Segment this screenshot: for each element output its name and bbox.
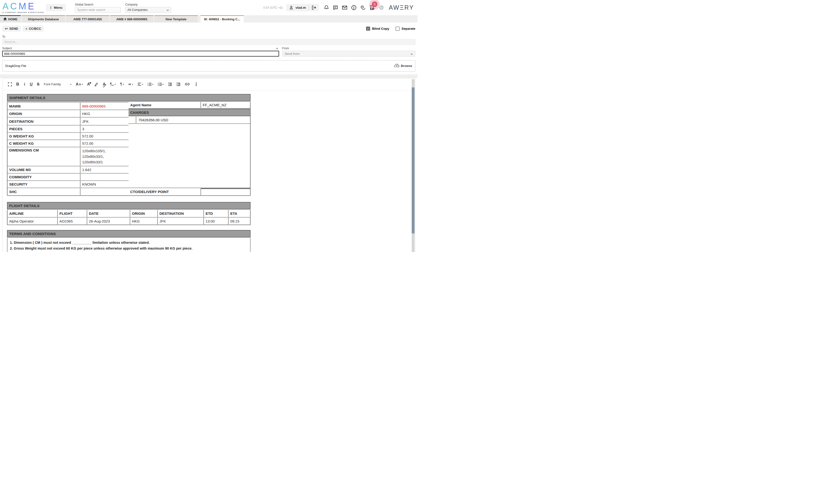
row-label: COMMODITY: [7, 174, 80, 180]
flight-table-header-row: AIRLINE FLIGHT DATE ORIGIN DESTINATION E…: [7, 210, 250, 218]
flight-details-table: FLIGHT DETAILS AIRLINE FLIGHT DATE ORIGI…: [7, 202, 250, 225]
more-options-button[interactable]: ⋮: [192, 82, 201, 87]
terms-item: 1. Dimension ( CM ) must not exceed ____…: [10, 241, 248, 244]
home-icon: [3, 17, 7, 21]
dimensions-value: 120x80x105/1, 120x80x33/1, 120x80x33/1: [80, 147, 128, 166]
global-search-label: Global Search: [75, 3, 121, 6]
etd-cell: 13:00: [204, 218, 228, 224]
font-size-dropdown[interactable]: AA ▾: [74, 82, 85, 86]
settings-gear-icon[interactable]: ⚙: [379, 5, 384, 10]
row-label: SECURITY: [7, 181, 80, 187]
tab-label: AWB # 888-00000965: [116, 17, 147, 21]
column-header: AIRLINE: [7, 210, 58, 217]
row-label: ORIGIN: [7, 110, 80, 117]
column-header: FLIGHT: [58, 210, 87, 217]
color-drop-icon: [90, 82, 91, 84]
to-input[interactable]: [2, 39, 415, 45]
blind-copy-label: Blind Copy: [372, 27, 389, 31]
from-select[interactable]: Send from: [282, 51, 415, 57]
highlight-button[interactable]: [92, 82, 101, 86]
row-value: HKG: [80, 110, 128, 117]
paragraph-format-dropdown[interactable]: ¶ ▾: [118, 82, 126, 86]
terms-item: 2. Gross Weight must not exceed 60 KG pe…: [10, 246, 248, 250]
tab-awb-888[interactable]: AWB # 888-00000965: [110, 15, 154, 22]
release-notes-icon[interactable]: i 5: [370, 5, 375, 10]
send-label: SEND: [9, 27, 18, 31]
tab-booking-confirmation[interactable]: M: 409852 - Booking C...: [201, 15, 244, 22]
fullscreen-icon[interactable]: [6, 82, 14, 86]
checkbox-checked-icon: ✓: [366, 26, 370, 31]
ccbcc-label: CC/BCC: [29, 27, 41, 31]
editor-scrollbar-track[interactable]: [412, 79, 414, 252]
ordered-list-dropdown[interactable]: ▾: [145, 83, 156, 86]
clock: 0:37 (UTC +3): [263, 6, 283, 9]
underline-button[interactable]: U: [27, 82, 35, 86]
logout-icon[interactable]: [311, 5, 317, 10]
separate-label: Separate: [402, 27, 415, 31]
notification-badge: 5: [372, 1, 378, 7]
terms-and-conditions: TERMS AND CONDITIONS 1. Dimension ( CM )…: [7, 230, 250, 252]
info-icon[interactable]: [351, 5, 357, 10]
shipment-details-header: SHIPMENT DETAILS: [7, 94, 250, 101]
send-button[interactable]: ↩ SEND: [2, 26, 21, 32]
insert-link-button[interactable]: [183, 83, 192, 85]
charges-value: 70426356.00 USD: [136, 117, 250, 123]
menu-button[interactable]: ⋮ Menu: [46, 4, 66, 12]
ccbcc-button[interactable]: + CC/BCC: [23, 26, 44, 32]
editor-content[interactable]: SHIPMENT DETAILS MAWB 888-00000965 ORIGI…: [2, 90, 415, 252]
chevron-down-icon: [410, 52, 413, 56]
file-dropzone[interactable]: Drag&Drop File Browse: [2, 60, 415, 72]
tab-home[interactable]: HOME: [0, 15, 21, 22]
svg-text:?: ?: [362, 6, 363, 8]
company-select[interactable]: All Companies: [125, 7, 171, 13]
browse-label: Browse: [401, 64, 412, 68]
paragraph-style-dropdown[interactable]: ¶★ ▾: [108, 82, 118, 86]
global-search-input[interactable]: [75, 7, 121, 13]
tab-shipments-database[interactable]: Shipments Database: [22, 15, 65, 22]
tab-new-template[interactable]: New Template: [155, 15, 198, 22]
clear-formatting-button[interactable]: A: [101, 82, 108, 86]
tab-awb-777[interactable]: AWB 777-00001455: [66, 15, 109, 22]
row-value: 572.00: [80, 133, 128, 139]
agent-name-label: Agent Name: [128, 102, 201, 108]
unordered-list-dropdown[interactable]: ▾: [156, 83, 166, 86]
browse-button[interactable]: Browse: [394, 64, 412, 68]
quote-dropdown[interactable]: “ ▾: [126, 82, 135, 87]
checkbox-group: ✓ Blind Copy Separate: [366, 26, 415, 31]
airline-cell: Alpha Operator: [7, 218, 58, 224]
subject-input[interactable]: [2, 51, 279, 57]
row-value: 3: [80, 126, 128, 132]
subject-clear-icon[interactable]: ×: [276, 47, 279, 50]
strikethrough-button[interactable]: S: [35, 82, 42, 86]
outdent-button[interactable]: [166, 83, 174, 86]
editor-scrollbar-thumb[interactable]: [412, 87, 414, 234]
svg-text:i: i: [373, 8, 373, 10]
align-dropdown[interactable]: ▾: [135, 83, 145, 86]
separate-checkbox[interactable]: Separate: [395, 26, 415, 31]
font-family-dropdown[interactable]: Font Family ▾: [42, 82, 74, 86]
italic-button[interactable]: i: [21, 82, 27, 87]
blind-copy-checkbox[interactable]: ✓ Blind Copy: [366, 26, 389, 31]
cloud-upload-icon: [394, 64, 400, 68]
help-chat-icon[interactable]: ?: [361, 5, 366, 10]
text-color-button[interactable]: A: [85, 82, 92, 86]
row-label: SHC: [7, 188, 80, 195]
comments-icon[interactable]: [333, 5, 338, 10]
agent-name-value: FF_ACME_NZ: [201, 102, 250, 108]
indent-button[interactable]: [174, 83, 183, 86]
notifications-bell-icon[interactable]: [324, 5, 329, 10]
row-value: KNOWN: [80, 181, 128, 187]
bold-button[interactable]: B: [14, 82, 21, 87]
charges-empty-cell: [128, 124, 250, 188]
company-value: All Companies: [127, 8, 148, 12]
tab-label: HOME: [8, 17, 18, 21]
awery-logo: AWΞRY: [389, 4, 414, 11]
chevron-down-icon: [166, 8, 169, 12]
user-chip[interactable]: vlad.m: [286, 4, 319, 12]
mail-icon[interactable]: [342, 5, 347, 10]
username: vlad.m: [296, 6, 306, 9]
column-header: DATE: [87, 210, 130, 217]
shipment-details-table: SHIPMENT DETAILS MAWB 888-00000965 ORIGI…: [7, 94, 250, 196]
column-header: ETD: [204, 210, 228, 217]
row-value: 572.00: [80, 140, 128, 147]
